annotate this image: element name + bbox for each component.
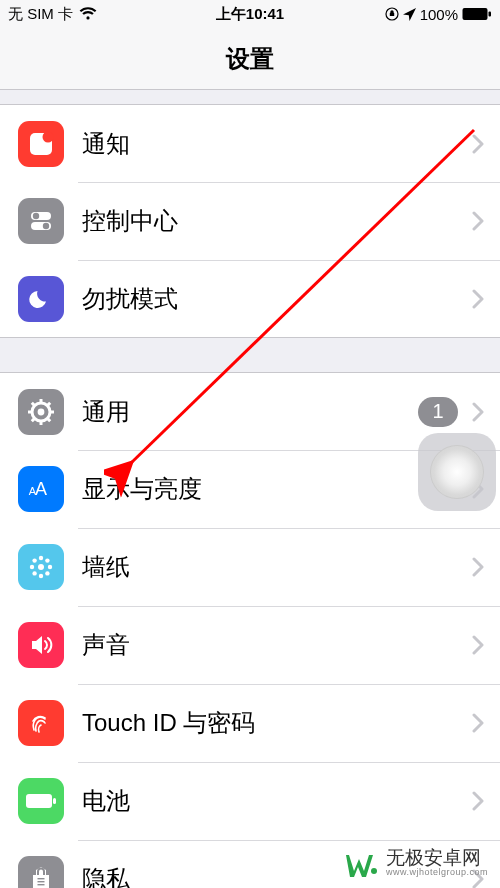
svg-rect-30 <box>26 794 52 808</box>
row-wallpaper[interactable]: 墙纸 <box>0 528 500 606</box>
svg-point-6 <box>33 213 39 219</box>
row-label: 勿扰模式 <box>82 283 472 315</box>
notification-badge: 1 <box>418 397 458 427</box>
chevron-right-icon <box>472 635 484 655</box>
row-control-center[interactable]: 控制中心 <box>0 182 500 260</box>
svg-point-22 <box>39 556 43 560</box>
general-icon <box>18 389 64 435</box>
sounds-icon <box>18 622 64 668</box>
chevron-right-icon <box>472 557 484 577</box>
svg-rect-34 <box>38 881 45 882</box>
svg-point-28 <box>32 571 36 575</box>
svg-point-10 <box>38 408 45 415</box>
row-label: 声音 <box>82 629 472 661</box>
svg-line-17 <box>32 418 35 421</box>
watermark-logo-icon <box>346 846 380 880</box>
svg-line-16 <box>47 418 50 421</box>
status-bar: 无 SIM 卡 上午10:41 100% <box>0 0 500 28</box>
watermark-brand: 无极安卓网 <box>386 848 488 868</box>
svg-point-27 <box>45 571 49 575</box>
svg-text:A: A <box>35 479 47 499</box>
row-label: 显示与亮度 <box>82 473 472 505</box>
watermark-url: www.wjhotelgroup.com <box>386 868 488 877</box>
touchid-icon <box>18 700 64 746</box>
svg-point-21 <box>38 564 44 570</box>
status-time: 上午10:41 <box>0 5 500 24</box>
watermark: 无极安卓网 www.wjhotelgroup.com <box>346 846 488 880</box>
privacy-icon <box>18 856 64 889</box>
chevron-right-icon <box>472 134 484 154</box>
svg-point-23 <box>39 574 43 578</box>
row-notifications[interactable]: 通知 <box>0 104 500 182</box>
row-touchid[interactable]: Touch ID 与密码 <box>0 684 500 762</box>
svg-point-24 <box>30 565 34 569</box>
assistive-touch-inner <box>430 445 484 499</box>
assistive-touch-button[interactable] <box>418 433 496 511</box>
svg-rect-31 <box>53 798 56 804</box>
settings-group: 通知 控制中心 勿扰模式 <box>0 104 500 338</box>
svg-point-25 <box>48 565 52 569</box>
battery-row-icon <box>18 778 64 824</box>
chevron-right-icon <box>472 713 484 733</box>
display-icon: AA <box>18 466 64 512</box>
chevron-right-icon <box>472 791 484 811</box>
svg-line-15 <box>32 402 35 405</box>
row-label: 控制中心 <box>82 205 472 237</box>
chevron-right-icon <box>472 289 484 309</box>
chevron-right-icon <box>472 211 484 231</box>
control-center-icon <box>18 198 64 244</box>
svg-point-8 <box>43 223 49 229</box>
row-label: Touch ID 与密码 <box>82 707 472 739</box>
row-battery[interactable]: 电池 <box>0 762 500 840</box>
row-label: 通知 <box>82 128 472 160</box>
svg-rect-35 <box>38 884 45 885</box>
svg-rect-33 <box>38 878 45 879</box>
row-sounds[interactable]: 声音 <box>0 606 500 684</box>
page-title: 设置 <box>226 43 274 75</box>
wallpaper-icon <box>18 544 64 590</box>
svg-text:A: A <box>29 485 37 497</box>
chevron-right-icon <box>472 402 484 422</box>
nav-bar: 设置 <box>0 28 500 90</box>
row-label: 电池 <box>82 785 472 817</box>
dnd-icon <box>18 276 64 322</box>
row-dnd[interactable]: 勿扰模式 <box>0 260 500 338</box>
svg-point-29 <box>45 558 49 562</box>
svg-point-37 <box>371 868 377 874</box>
svg-point-4 <box>43 131 54 142</box>
svg-point-26 <box>32 558 36 562</box>
notifications-icon <box>18 121 64 167</box>
row-label: 通用 <box>82 396 418 428</box>
row-label: 墙纸 <box>82 551 472 583</box>
svg-line-18 <box>47 402 50 405</box>
